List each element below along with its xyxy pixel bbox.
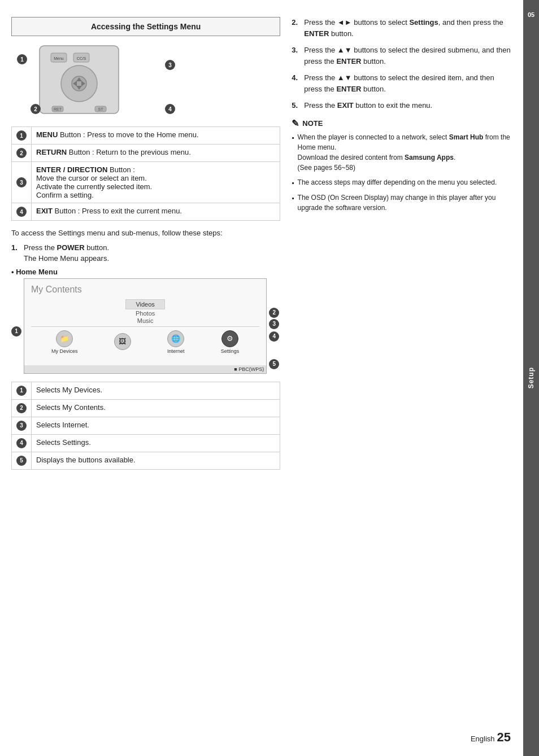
left-column: Accessing the Settings Menu 1 Menu <box>11 17 280 477</box>
step-4: 4. Press the ▲▼ buttons to select the de… <box>292 72 512 94</box>
page-footer: English 25 <box>471 730 511 745</box>
my-devices-label: My Devices <box>51 348 78 354</box>
svg-text:RET: RET <box>54 107 62 111</box>
note-label: NOTE <box>302 119 323 128</box>
note-bullet-2: The access steps may differ depending on… <box>292 177 512 188</box>
hm-callout-left-1: 1 <box>11 326 21 337</box>
callout-key: ENTER / DIRECTION <box>36 165 107 174</box>
callout-label-1: 1 <box>17 54 27 64</box>
menu-item-photos: Photos <box>125 310 165 317</box>
callout-num-cell: 4 <box>12 203 32 221</box>
home-icon-internet: 🌐 Internet <box>167 330 185 354</box>
step-2-num: 2. <box>292 17 299 28</box>
note-bullet-2-text: The access steps may differ depending on… <box>298 177 497 187</box>
hm-callout-right-3: 3 <box>269 319 279 329</box>
menu-item-videos: Videos <box>125 299 165 309</box>
internet-icon: 🌐 <box>167 330 184 347</box>
note-bullet-3: The OSD (On Screen Display) may change i… <box>292 193 512 213</box>
hm-callout-right-5: 5 <box>269 359 279 369</box>
callout-key: MENU <box>36 130 58 139</box>
step-2-text: Press the ◄► buttons to select Settings,… <box>304 17 512 39</box>
page-container: Accessing the Settings Menu 1 Menu <box>0 0 539 756</box>
callout-desc-cell: RETURN Button : Return to the previous m… <box>32 145 280 162</box>
hm-callout-right-2: 2 <box>269 308 279 318</box>
callout-num-cell: 4 <box>12 434 32 452</box>
table-row: 4 Selects Settings. <box>12 434 280 452</box>
hm-callout-right-4: 4 <box>269 331 279 342</box>
home-icon-my-devices: 📁 My Devices <box>51 330 78 354</box>
step-5: 5. Press the EXIT button to exit the men… <box>292 100 512 111</box>
step-5-num: 5. <box>292 100 299 111</box>
callout-desc-cell: Selects Settings. <box>32 434 280 452</box>
side-tab-label: Setup <box>527 367 535 388</box>
page-number: 25 <box>497 730 511 745</box>
step-3-text: Press the ▲▼ buttons to select the desir… <box>304 45 512 67</box>
table-row: 1 Selects My Devices. <box>12 382 280 399</box>
callout-desc-cell: Selects My Devices. <box>32 382 280 399</box>
step-5-text: Press the EXIT button to exit the menu. <box>304 100 432 111</box>
callout-label-4: 4 <box>165 104 175 114</box>
note-pencil-icon: ✎ <box>292 118 299 129</box>
callout-num-cell: 2 <box>12 399 32 417</box>
home-icon-contents: 🖼 <box>114 333 131 351</box>
home-menu-callout-table: 1 Selects My Devices. 2 Selects My Conte… <box>11 382 280 470</box>
section-title-box: Accessing the Settings Menu <box>11 17 280 36</box>
svg-text:Menu: Menu <box>54 56 64 60</box>
callout-key: EXIT <box>36 207 53 215</box>
callout-num-cell: 2 <box>12 145 32 162</box>
note-bullet-1: When the player is connected to a networ… <box>292 132 512 173</box>
section-title: Accessing the Settings Menu <box>19 22 273 31</box>
table-row: 5 Displays the buttons available. <box>12 452 280 469</box>
home-menu-inner: My Contents Videos Photos Music 📁 <box>24 279 266 364</box>
note-bullet-1-text: When the player is connected to a networ… <box>298 132 512 173</box>
note-header: ✎ NOTE <box>292 118 512 129</box>
note-bullets: When the player is connected to a networ… <box>292 132 512 213</box>
settings-icon: ⚙ <box>221 330 238 347</box>
table-row: 1 MENU Button : Press to move to the Hom… <box>12 127 280 145</box>
home-menu-icons-row: 📁 My Devices 🖼 🌐 Internet <box>31 326 259 356</box>
right-column: 2. Press the ◄► buttons to select Settin… <box>292 17 512 477</box>
internet-label: Internet <box>167 348 185 354</box>
main-content: Accessing the Settings Menu 1 Menu <box>0 0 523 756</box>
table-row: 2 Selects My Contents. <box>12 399 280 417</box>
table-row: 4 EXIT Button : Press to exit the curren… <box>12 203 280 221</box>
callout-label-3: 3 <box>165 60 175 70</box>
callout-desc-cell: ENTER / DIRECTION Button :Move the curso… <box>32 162 280 203</box>
my-devices-icon: 📁 <box>56 330 73 347</box>
callout-key: RETURN <box>36 148 67 156</box>
side-tab: 05 Setup <box>523 0 539 756</box>
pbc-bar: ■ PBC(WPS) <box>24 365 266 373</box>
callout-desc: Button : Press to exit the current menu. <box>55 207 182 215</box>
note-box: ✎ NOTE When the player is connected to a… <box>292 118 512 213</box>
home-menu-box: My Contents Videos Photos Music 📁 <box>24 278 267 374</box>
callout-num-cell: 1 <box>12 382 32 399</box>
step-4-num: 4. <box>292 72 299 84</box>
home-menu-label: • Home Menu <box>11 268 280 276</box>
callout-desc-cell: EXIT Button : Press to exit the current … <box>32 203 280 221</box>
callout-num-cell: 1 <box>12 127 32 145</box>
step-3-num: 3. <box>292 45 299 56</box>
step-1: 1. Press the POWER button.The Home Menu … <box>11 242 280 264</box>
callout-desc-cell: Selects Internet. <box>32 417 280 434</box>
two-col-layout: Accessing the Settings Menu 1 Menu <box>11 17 512 477</box>
step-2: 2. Press the ◄► buttons to select Settin… <box>292 17 512 39</box>
side-tab-number: 05 <box>523 11 539 18</box>
intro-text: To access the Settings menu and sub-menu… <box>11 228 280 239</box>
step-4-text: Press the ▲▼ buttons to select the desir… <box>304 72 512 94</box>
callout-desc-cell: Displays the buttons available. <box>32 452 280 469</box>
home-menu-diagram-wrapper: 1 2 3 4 5 <box>24 278 267 374</box>
callout-label-2: 2 <box>31 104 41 114</box>
svg-text:ST: ST <box>98 107 104 111</box>
home-menu-title: My Contents <box>31 285 259 295</box>
step-1-text: Press the POWER button.The Home Menu app… <box>24 242 109 264</box>
callout-desc-cell: Selects My Contents. <box>32 399 280 417</box>
step-3: 3. Press the ▲▼ buttons to select the de… <box>292 45 512 67</box>
callout-num-cell: 3 <box>12 162 32 203</box>
menu-item-music: Music <box>125 317 165 324</box>
remote-diagram-container: 1 Menu CC/S <box>23 43 181 122</box>
callout-desc-cell: MENU Button : Press to move to the Home … <box>32 127 280 145</box>
footer-lang: English <box>471 735 495 743</box>
table-row: 3 Selects Internet. <box>12 417 280 434</box>
table-row: 2 RETURN Button : Return to the previous… <box>12 145 280 162</box>
contents-icon: 🖼 <box>114 333 131 350</box>
